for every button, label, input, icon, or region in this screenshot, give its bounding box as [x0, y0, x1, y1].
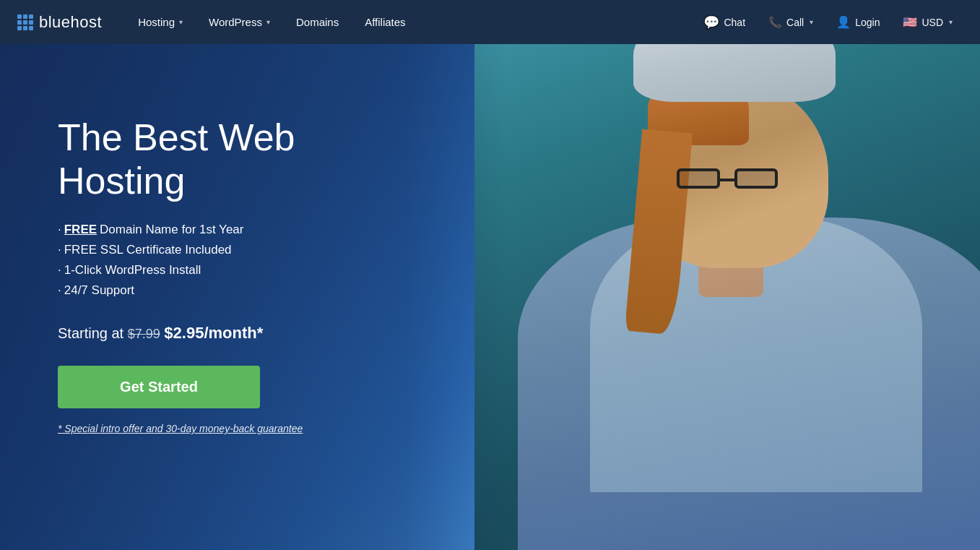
glasses-bridge — [719, 179, 736, 181]
price-old: $7.99 — [128, 327, 160, 341]
currency-chevron-icon: ▾ — [949, 18, 953, 26]
beanie — [633, 44, 836, 102]
nav-domains-label: Domains — [296, 16, 339, 28]
glasses-left — [677, 168, 720, 189]
feature-3: · 1-Click WordPress Install — [58, 263, 419, 278]
nav-wordpress[interactable]: WordPress ▾ — [196, 0, 283, 44]
pricing-line: Starting at $7.99 $2.95/month* — [58, 324, 419, 343]
feature-4-text: 24/7 Support — [64, 283, 134, 298]
feature-4: · 24/7 Support — [58, 283, 419, 298]
nav-call[interactable]: 📞 Call ▾ — [758, 0, 823, 44]
feature-3-text: 1-Click WordPress Install — [64, 263, 201, 278]
brand-name: bluehost — [39, 13, 102, 32]
chat-label: Chat — [724, 17, 745, 28]
flag-icon: 🇺🇸 — [903, 15, 917, 29]
hero-section: The Best Web Hosting · FREE Domain Name … — [0, 0, 980, 550]
special-offer-link[interactable]: * Special intro offer and 30-day money-b… — [58, 423, 419, 434]
nav-affiliates-label: Affiliates — [365, 16, 405, 28]
nav-currency[interactable]: 🇺🇸 USD ▾ — [893, 0, 963, 44]
glasses-right — [734, 168, 778, 189]
nav-domains[interactable]: Domains — [283, 0, 352, 44]
nav-login[interactable]: 👤 Login — [826, 0, 890, 44]
nav-links: Hosting ▾ WordPress ▾ Domains Affiliates — [125, 0, 693, 44]
feature-2-text: FREE SSL Certificate Included — [64, 243, 232, 257]
navbar: bluehost Hosting ▾ WordPress ▾ Domains A… — [0, 0, 980, 44]
feature-2-dot: · — [58, 243, 61, 257]
call-label: Call — [786, 17, 804, 28]
brand-logo[interactable]: bluehost — [17, 13, 102, 32]
call-chevron-icon: ▾ — [810, 18, 813, 26]
price-new: $2.95/month* — [164, 324, 263, 342]
phone-icon: 📞 — [768, 16, 782, 29]
feature-1-text: Domain Name for 1st Year — [100, 223, 243, 237]
wordpress-chevron-icon: ▾ — [266, 18, 270, 26]
feature-2: · FREE SSL Certificate Included — [58, 243, 419, 257]
currency-label: USD — [922, 17, 943, 28]
nav-affiliates[interactable]: Affiliates — [352, 0, 418, 44]
feature-4-dot: · — [58, 283, 61, 298]
pricing-prefix: Starting at — [58, 325, 128, 341]
user-icon: 👤 — [836, 15, 851, 29]
nav-chat[interactable]: 💬 Chat — [693, 0, 755, 44]
get-started-button[interactable]: Get Started — [58, 366, 260, 408]
hosting-chevron-icon: ▾ — [179, 18, 183, 26]
nav-wordpress-label: WordPress — [209, 16, 262, 28]
feature-1-underline: FREE — [64, 223, 97, 237]
login-label: Login — [855, 17, 880, 28]
nav-hosting-label: Hosting — [138, 16, 175, 28]
hero-title: The Best Web Hosting — [58, 116, 419, 203]
nav-right-items: 💬 Chat 📞 Call ▾ 👤 Login 🇺🇸 USD ▾ — [693, 0, 963, 44]
hero-person-container — [474, 44, 980, 550]
hero-features-list: · FREE Domain Name for 1st Year · FREE S… — [58, 223, 419, 304]
feature-1: · FREE Domain Name for 1st Year — [58, 223, 419, 237]
chat-icon: 💬 — [703, 14, 719, 30]
feature-1-dot: · — [58, 223, 61, 237]
hero-content: The Best Web Hosting · FREE Domain Name … — [0, 44, 462, 550]
brand-grid-icon — [17, 14, 33, 30]
nav-hosting[interactable]: Hosting ▾ — [125, 0, 196, 44]
feature-3-dot: · — [58, 263, 61, 278]
